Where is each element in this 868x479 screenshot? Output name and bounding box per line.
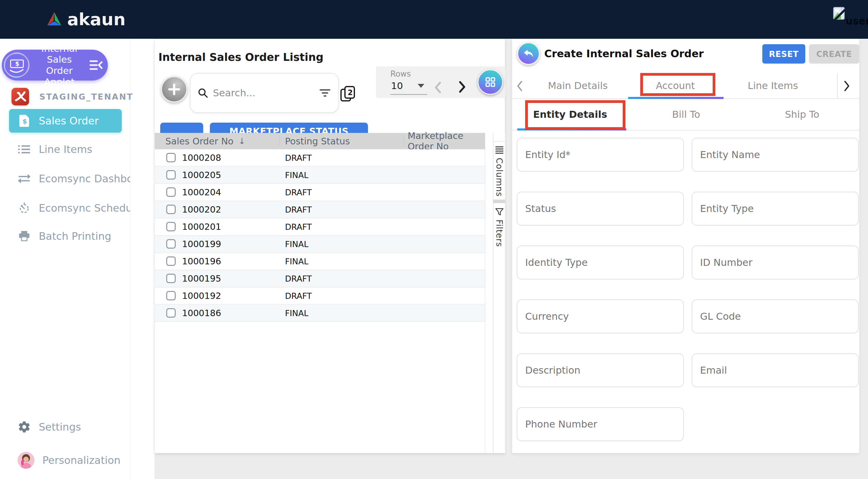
- form-field-gl-code[interactable]: GL Code: [692, 299, 859, 333]
- tabs-scroll-right-icon[interactable]: [843, 80, 850, 92]
- sidebar-item-label: Line Items: [39, 143, 92, 155]
- form-field-description[interactable]: Description: [517, 353, 684, 387]
- tab-line-items[interactable]: Line Items: [724, 73, 822, 98]
- row-checkbox[interactable]: [166, 187, 176, 197]
- columns-side-tab[interactable]: Columns: [493, 141, 505, 199]
- user-alt-text: user: [845, 15, 868, 27]
- grid-view-button[interactable]: [477, 69, 503, 95]
- form-field-identity-type[interactable]: Identity Type: [517, 246, 684, 280]
- filters-side-tab[interactable]: Filters: [493, 203, 505, 260]
- table-row[interactable]: 1000201DRAFT: [155, 218, 485, 235]
- row-checkbox[interactable]: [166, 222, 176, 231]
- tab-main-details[interactable]: Main Details: [529, 73, 627, 98]
- add-sales-order-button[interactable]: [161, 76, 187, 103]
- field-label: Identity Type: [525, 257, 588, 268]
- row-checkbox[interactable]: [166, 274, 176, 283]
- field-label: Email: [700, 364, 727, 376]
- detail-subtabs: Entity Details Bill To Ship To: [512, 99, 859, 130]
- create-sales-order-panel: Create Internal Sales Order RESET CREATE…: [512, 39, 860, 453]
- column-divider: [280, 135, 280, 147]
- table-row[interactable]: 1000196FINAL: [155, 253, 485, 270]
- field-label: GL Code: [700, 311, 741, 322]
- rows-caret-icon[interactable]: [417, 84, 424, 88]
- table-row[interactable]: 1000195DRAFT: [155, 270, 485, 287]
- active-tab-underline: [628, 97, 723, 99]
- gear-icon: [18, 420, 31, 434]
- row-checkbox[interactable]: [166, 205, 176, 214]
- sales-order-no-cell: 1000196: [182, 256, 221, 266]
- table-scrollbar[interactable]: [485, 133, 493, 453]
- table-row[interactable]: 1000202DRAFT: [155, 201, 485, 218]
- tabbar-divider: [837, 73, 838, 98]
- table-row[interactable]: 1000205FINAL: [155, 166, 485, 184]
- subtab-entity-details[interactable]: Entity Details: [512, 99, 628, 130]
- table-row[interactable]: 1000204DRAFT: [155, 184, 485, 201]
- row-checkbox[interactable]: [166, 308, 176, 318]
- prev-page-icon[interactable]: [434, 82, 442, 94]
- back-button[interactable]: [517, 42, 540, 65]
- subtab-ship-to[interactable]: Ship To: [744, 99, 860, 130]
- form-field-email[interactable]: Email: [692, 353, 859, 387]
- sidebar-item-ecomsync-scheduler[interactable]: Ecomsync Scheduler: [18, 197, 130, 219]
- sidebar-item-label: Batch Printing: [39, 230, 111, 242]
- sidebar-item-tenant[interactable]: STAGING_TENANT: [11, 87, 133, 106]
- search-box: [190, 73, 339, 113]
- column-header-posting-status[interactable]: Posting Status: [285, 133, 350, 149]
- top-navbar: akaun user: [0, 0, 868, 39]
- tenant-name: STAGING_TENANT: [39, 92, 133, 101]
- sales-order-no-cell: 1000199: [182, 239, 221, 249]
- row-checkbox[interactable]: [166, 239, 176, 249]
- form-field-entity-type[interactable]: Entity Type: [692, 192, 859, 226]
- posting-status-cell: FINAL: [285, 240, 308, 249]
- pages-2-icon[interactable]: 2: [340, 86, 356, 102]
- sidebar-item-line-items[interactable]: Line Items: [18, 139, 130, 160]
- detail-tabbar: Main Details Account Line Items: [512, 73, 859, 99]
- pagination-toolbar: Rows 10: [376, 66, 505, 98]
- listing-title: Internal Sales Order Listing: [158, 51, 323, 63]
- field-label: Currency: [525, 311, 569, 322]
- row-checkbox[interactable]: [166, 170, 176, 180]
- form-field-id-number[interactable]: ID Number: [692, 246, 859, 280]
- table-row[interactable]: 1000208DRAFT: [155, 149, 485, 166]
- form-field-phone-number[interactable]: Phone Number: [517, 407, 684, 441]
- table-row[interactable]: 1000186FINAL: [155, 305, 485, 322]
- sidebar-item-personalization[interactable]: Personalization: [18, 450, 130, 471]
- next-page-icon[interactable]: [458, 81, 466, 93]
- sidebar-collapse-icon[interactable]: [90, 60, 103, 70]
- table-row[interactable]: 1000199FINAL: [155, 235, 485, 253]
- create-button[interactable]: CREATE: [809, 44, 859, 64]
- sidebar-item-label: Personalization: [42, 454, 121, 466]
- reset-button[interactable]: RESET: [762, 44, 805, 64]
- row-checkbox[interactable]: [166, 256, 176, 266]
- form-field-currency[interactable]: Currency: [517, 299, 684, 333]
- brand-logo[interactable]: akaun: [46, 9, 126, 29]
- sidebar-item-ecomsync-dashboard[interactable]: Ecomsync Dashboard: [18, 168, 130, 189]
- search-input[interactable]: [212, 87, 315, 99]
- sidebar-item-settings[interactable]: Settings: [18, 416, 130, 438]
- tab-account[interactable]: Account: [627, 73, 724, 98]
- akaun-logo-icon: [46, 11, 62, 27]
- posting-status-cell: FINAL: [285, 170, 308, 180]
- column-header-sales-order-no[interactable]: Sales Order No ↓: [165, 133, 245, 149]
- table-row[interactable]: 1000192DRAFT: [155, 287, 485, 305]
- user-avatar[interactable]: user: [833, 6, 866, 34]
- form-field-entity-id[interactable]: Entity Id*: [517, 138, 684, 172]
- rows-per-page-select[interactable]: 10: [391, 80, 403, 91]
- filter-lines-icon[interactable]: [319, 89, 331, 97]
- applet-header[interactable]: $ Internal Sales Order Applet: [2, 50, 108, 81]
- tabs-scroll-left-icon[interactable]: [516, 80, 523, 92]
- field-label: Phone Number: [525, 418, 597, 430]
- sidebar-item-batch-printing[interactable]: Batch Printing: [18, 226, 130, 247]
- timer-icon: [18, 202, 31, 214]
- sidebar-item-sales-order[interactable]: $ Sales Order: [9, 109, 122, 133]
- form-field-entity-name[interactable]: Entity Name: [692, 138, 859, 172]
- tenant-logo-icon: [11, 88, 29, 105]
- subtab-bill-to[interactable]: Bill To: [628, 99, 744, 130]
- form-field-status[interactable]: Status: [517, 192, 684, 226]
- sales-order-no-cell: 1000195: [182, 274, 221, 284]
- row-checkbox[interactable]: [166, 153, 176, 162]
- broken-image-icon: [833, 6, 846, 21]
- column-header-marketplace-order-no[interactable]: Marketplace Order No: [408, 133, 485, 149]
- posting-status-cell: DRAFT: [285, 153, 312, 163]
- row-checkbox[interactable]: [166, 291, 176, 300]
